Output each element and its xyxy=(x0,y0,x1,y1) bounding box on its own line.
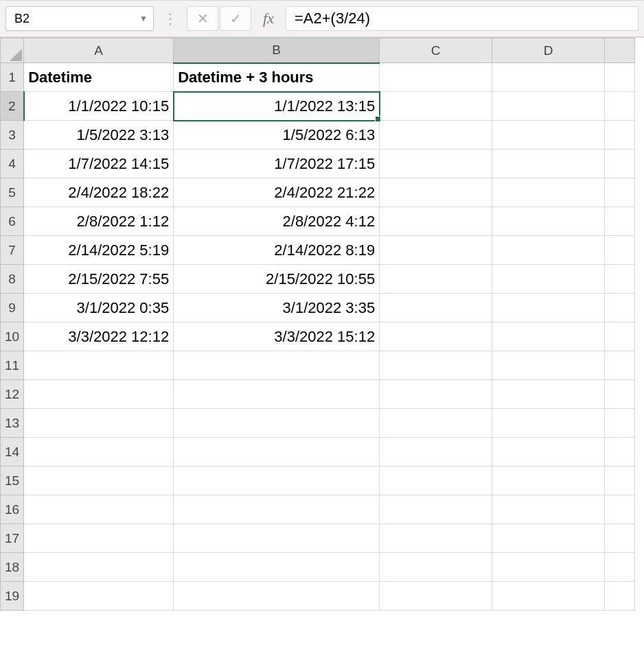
cell-E9[interactable] xyxy=(605,294,635,322)
cell-D14[interactable] xyxy=(492,438,605,467)
formula-input-wrap[interactable] xyxy=(286,6,639,31)
chevron-down-icon[interactable]: ▼ xyxy=(139,14,148,23)
cell-B5[interactable]: 2/4/2022 21:22 xyxy=(174,178,380,207)
cell-A4[interactable]: 1/7/2022 14:15 xyxy=(24,150,174,178)
cell-C17[interactable] xyxy=(380,524,492,553)
cell-E5[interactable] xyxy=(605,178,635,207)
cell-A5[interactable]: 2/4/2022 18:22 xyxy=(24,178,174,207)
row-header[interactable]: 14 xyxy=(1,438,24,467)
row-header[interactable]: 9 xyxy=(1,294,24,322)
cell-E3[interactable] xyxy=(605,121,635,150)
cell-B11[interactable] xyxy=(174,351,380,380)
accept-formula-button[interactable]: ✓ xyxy=(220,6,251,31)
cell-A6[interactable]: 2/8/2022 1:12 xyxy=(24,207,174,236)
cell-C14[interactable] xyxy=(380,438,492,467)
row-header[interactable]: 7 xyxy=(1,236,24,265)
cell-E19[interactable] xyxy=(605,582,635,611)
cell-D9[interactable] xyxy=(492,294,605,322)
cell-D2[interactable] xyxy=(492,92,605,121)
row-header[interactable]: 3 xyxy=(1,121,24,150)
cell-B2[interactable]: 1/1/2022 13:15 xyxy=(174,92,380,121)
cell-E1[interactable] xyxy=(605,63,635,92)
cell-B16[interactable] xyxy=(174,495,380,524)
cell-E6[interactable] xyxy=(605,207,635,236)
row-header[interactable]: 1 xyxy=(1,63,24,92)
cell-A17[interactable] xyxy=(24,524,174,553)
row-header[interactable]: 15 xyxy=(1,467,24,495)
cell-C6[interactable] xyxy=(380,207,492,236)
cell-A2[interactable]: 1/1/2022 10:15 xyxy=(24,92,174,121)
cell-E12[interactable] xyxy=(605,380,635,409)
cell-B1[interactable]: Datetime + 3 hours xyxy=(174,63,380,92)
cell-D15[interactable] xyxy=(492,467,605,495)
cell-D1[interactable] xyxy=(492,63,605,92)
cell-C11[interactable] xyxy=(380,351,492,380)
cell-E13[interactable] xyxy=(605,409,635,438)
cell-B10[interactable]: 3/3/2022 15:12 xyxy=(174,322,380,351)
cell-C5[interactable] xyxy=(380,178,492,207)
cell-D5[interactable] xyxy=(492,178,605,207)
cell-D8[interactable] xyxy=(492,265,605,294)
cell-A3[interactable]: 1/5/2022 3:13 xyxy=(24,121,174,150)
select-all-corner[interactable] xyxy=(1,38,24,63)
cell-D7[interactable] xyxy=(492,236,605,265)
cell-A11[interactable] xyxy=(24,351,174,380)
cell-B15[interactable] xyxy=(174,467,380,495)
cell-B7[interactable]: 2/14/2022 8:19 xyxy=(174,236,380,265)
cell-C7[interactable] xyxy=(380,236,492,265)
name-box-wrap[interactable]: ▼ xyxy=(5,6,154,31)
cell-A16[interactable] xyxy=(24,495,174,524)
cell-B18[interactable] xyxy=(174,553,380,582)
cell-B14[interactable] xyxy=(174,438,380,467)
cell-A13[interactable] xyxy=(24,409,174,438)
row-header[interactable]: 13 xyxy=(1,409,24,438)
cell-A10[interactable]: 3/3/2022 12:12 xyxy=(24,322,174,351)
row-header[interactable]: 4 xyxy=(1,150,24,178)
cell-B13[interactable] xyxy=(174,409,380,438)
row-header[interactable]: 6 xyxy=(1,207,24,236)
cell-B8[interactable]: 2/15/2022 10:55 xyxy=(174,265,380,294)
cell-A18[interactable] xyxy=(24,553,174,582)
cell-D18[interactable] xyxy=(492,553,605,582)
row-header[interactable]: 18 xyxy=(1,553,24,582)
row-header[interactable]: 11 xyxy=(1,351,24,380)
row-header[interactable]: 17 xyxy=(1,524,24,553)
col-header-C[interactable]: C xyxy=(380,38,492,63)
cell-C15[interactable] xyxy=(380,467,492,495)
cell-C3[interactable] xyxy=(380,121,492,150)
cell-D12[interactable] xyxy=(492,380,605,409)
cell-A19[interactable] xyxy=(24,582,174,611)
cell-B4[interactable]: 1/7/2022 17:15 xyxy=(174,150,380,178)
cell-A12[interactable] xyxy=(24,380,174,409)
cell-A8[interactable]: 2/15/2022 7:55 xyxy=(24,265,174,294)
cell-B9[interactable]: 3/1/2022 3:35 xyxy=(174,294,380,322)
cell-E16[interactable] xyxy=(605,495,635,524)
cell-C19[interactable] xyxy=(380,582,492,611)
cell-C4[interactable] xyxy=(380,150,492,178)
col-header-D[interactable]: D xyxy=(492,38,605,63)
cell-E18[interactable] xyxy=(605,553,635,582)
cell-C12[interactable] xyxy=(380,380,492,409)
cell-E4[interactable] xyxy=(605,150,635,178)
cell-C2[interactable] xyxy=(380,92,492,121)
cell-B6[interactable]: 2/8/2022 4:12 xyxy=(174,207,380,236)
cell-A1[interactable]: Datetime xyxy=(24,63,174,92)
fx-icon[interactable]: fx xyxy=(253,10,284,27)
cell-D4[interactable] xyxy=(492,150,605,178)
cell-C1[interactable] xyxy=(380,63,492,92)
formula-input[interactable] xyxy=(295,10,630,27)
cell-A9[interactable]: 3/1/2022 0:35 xyxy=(24,294,174,322)
cell-E2[interactable] xyxy=(605,92,635,121)
cell-D10[interactable] xyxy=(492,322,605,351)
spreadsheet-grid[interactable]: A B C D 1DatetimeDatetime + 3 hours21/1/… xyxy=(0,37,644,611)
cell-E15[interactable] xyxy=(605,467,635,495)
row-header[interactable]: 5 xyxy=(1,178,24,207)
cell-D19[interactable] xyxy=(492,582,605,611)
cell-B19[interactable] xyxy=(174,582,380,611)
cell-E10[interactable] xyxy=(605,322,635,351)
cell-D3[interactable] xyxy=(492,121,605,150)
cell-B17[interactable] xyxy=(174,524,380,553)
cell-E8[interactable] xyxy=(605,265,635,294)
cell-E7[interactable] xyxy=(605,236,635,265)
row-header[interactable]: 10 xyxy=(1,322,24,351)
